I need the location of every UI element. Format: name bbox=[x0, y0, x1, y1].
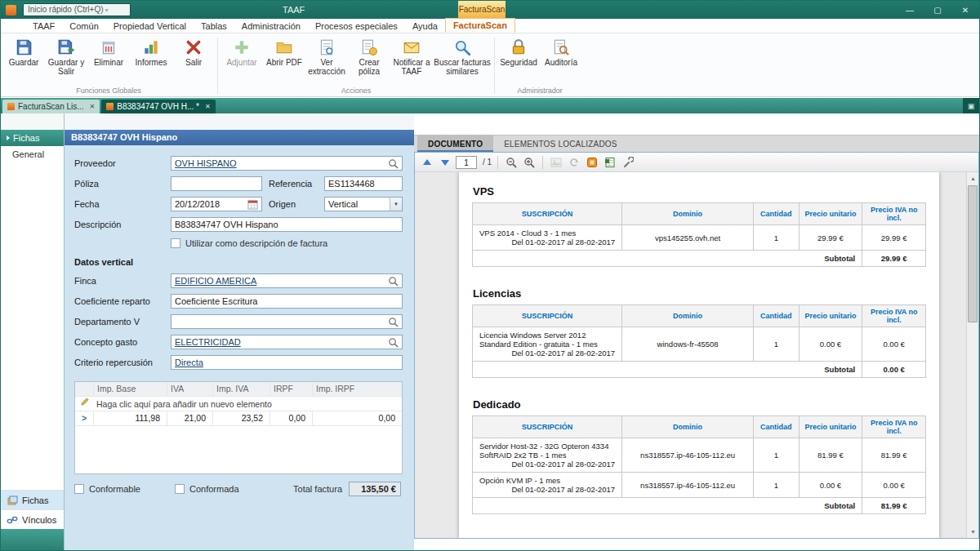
datos-vertical-heading: Datos vertical bbox=[74, 257, 403, 267]
utilizar-descripcion-row: Utilizar como descripción de factura bbox=[171, 238, 403, 249]
crear-poliza-label: Crear póliza bbox=[349, 58, 390, 76]
concepto-gasto-field[interactable]: ELECTRICIDAD bbox=[171, 335, 403, 349]
close-icon[interactable]: ✕ bbox=[205, 103, 211, 110]
buscar-facturas-similares-button[interactable]: Buscar facturas similares bbox=[433, 35, 492, 78]
tax-irpf-cell[interactable]: 0,00 bbox=[270, 411, 312, 425]
search-icon[interactable] bbox=[388, 158, 399, 169]
tax-header-imp-base[interactable]: Imp. Base bbox=[93, 382, 167, 396]
conformada-checkbox[interactable] bbox=[175, 484, 185, 494]
form-footer: Conformable Conformada Total factura 135… bbox=[74, 482, 401, 496]
tax-header-imp-irpf[interactable]: Imp. IRPF bbox=[312, 382, 402, 396]
departamento-field[interactable] bbox=[171, 314, 403, 329]
doc-icon bbox=[106, 103, 114, 110]
sidebar-header-label: Fichas bbox=[13, 130, 39, 146]
search-icon[interactable] bbox=[388, 337, 399, 348]
referencia-field[interactable]: ES1134468 bbox=[324, 176, 403, 191]
scroll-up-icon[interactable]: ▲ bbox=[967, 172, 978, 184]
tab-administracion[interactable]: Administración bbox=[234, 20, 308, 33]
subtotal-value: 81.99 € bbox=[862, 498, 926, 514]
export-excel-button[interactable] bbox=[603, 155, 617, 170]
tax-data-row[interactable]: > 111,98 21,00 23,52 0,00 0,00 bbox=[75, 411, 402, 426]
close-button[interactable]: ✕ bbox=[951, 1, 979, 19]
tax-imp-base-cell[interactable]: 111,98 bbox=[93, 411, 167, 425]
tax-add-row-text[interactable]: Haga clic aquí para añadir un nuevo elem… bbox=[93, 399, 272, 409]
tab-facturascan[interactable]: FacturaScan bbox=[445, 18, 515, 33]
group-label-acciones: Acciones bbox=[220, 86, 492, 96]
sidebar-item-general[interactable]: General bbox=[1, 146, 64, 162]
item-price-excl: 29.99 € bbox=[862, 225, 926, 251]
seguridad-button[interactable]: Seguridad bbox=[497, 35, 540, 69]
conformable-checkbox[interactable] bbox=[74, 484, 84, 494]
ver-extraccion-button[interactable]: Ver extracción bbox=[305, 35, 348, 78]
sidebar-button-vinculos[interactable]: Vínculos bbox=[1, 509, 64, 529]
window-list-button[interactable]: ▣ bbox=[963, 98, 979, 113]
scrollbar-thumb[interactable] bbox=[968, 185, 978, 322]
highlight-fields-button[interactable] bbox=[585, 155, 599, 170]
page-number-input[interactable]: 1 bbox=[456, 156, 477, 169]
doc-tab-ovh-hispano[interactable]: B83834747 OVH H... * ✕ bbox=[101, 100, 215, 113]
invoice-table: SUSCRIPCIÓN Dominio Cantidad Precio unit… bbox=[472, 415, 926, 514]
utilizar-descripcion-checkbox[interactable] bbox=[171, 238, 180, 248]
tab-taaf[interactable]: TAAF bbox=[25, 20, 62, 33]
salir-button[interactable]: Salir bbox=[172, 35, 215, 69]
eliminar-button[interactable]: Eliminar bbox=[87, 35, 130, 69]
tax-iva-cell[interactable]: 21,00 bbox=[167, 411, 212, 425]
fecha-field[interactable]: 20/12/2018 bbox=[171, 197, 262, 211]
tab-tablas[interactable]: Tablas bbox=[194, 20, 234, 33]
sidebar-button-fichas[interactable]: Fichas bbox=[1, 490, 64, 509]
vertical-scrollbar[interactable]: ▲ ▼ bbox=[966, 172, 978, 538]
next-page-button[interactable] bbox=[438, 155, 452, 170]
descripcion-field[interactable]: B83834747 OVH Hispano bbox=[171, 217, 403, 232]
tax-add-row[interactable]: Haga clic aquí para añadir un nuevo elem… bbox=[75, 397, 402, 411]
chevron-down-icon[interactable]: ▼ bbox=[390, 198, 402, 211]
criterio-repercusion-field[interactable]: Directa bbox=[171, 355, 403, 370]
tab-procesos-especiales[interactable]: Procesos especiales bbox=[308, 20, 405, 33]
coeficiente-reparto-field[interactable]: Coeficiente Escritura bbox=[171, 294, 403, 309]
doc-tab-facturascan-list[interactable]: FacturaScan Lis... ✕ bbox=[2, 100, 100, 113]
abrir-pdf-button[interactable]: Abrir PDF bbox=[263, 35, 305, 69]
tax-header-imp-iva[interactable]: Imp. IVA bbox=[212, 382, 270, 396]
document-panel-gap bbox=[414, 113, 979, 135]
tab-documento[interactable]: DOCUMENTO bbox=[417, 136, 493, 152]
tab-comun[interactable]: Común bbox=[62, 20, 105, 33]
search-icon[interactable] bbox=[388, 276, 399, 287]
minimize-button[interactable]: — bbox=[896, 1, 924, 19]
criterio-repercusion-value[interactable]: Directa bbox=[175, 358, 203, 367]
search-icon[interactable] bbox=[388, 317, 399, 327]
zoom-in-button[interactable] bbox=[522, 155, 537, 170]
concepto-gasto-value[interactable]: ELECTRICIDAD bbox=[175, 337, 241, 347]
scroll-down-icon[interactable]: ▼ bbox=[967, 526, 978, 538]
item-price-excl: 81.99 € bbox=[862, 438, 926, 473]
sidebar-header-fichas[interactable]: Fichas bbox=[1, 130, 64, 146]
tax-header-iva[interactable]: IVA bbox=[167, 382, 212, 396]
proveedor-value[interactable]: OVH HISPANO bbox=[175, 158, 237, 168]
tax-imp-iva-cell[interactable]: 23,52 bbox=[212, 411, 270, 425]
settings-wrench-button[interactable] bbox=[621, 155, 635, 170]
tab-propiedad-vertical[interactable]: Propiedad Vertical bbox=[106, 20, 194, 33]
sidebar-button-label: Fichas bbox=[22, 495, 48, 505]
auditoria-button[interactable]: Auditoría bbox=[540, 35, 582, 69]
poliza-field[interactable] bbox=[171, 176, 262, 191]
informes-button[interactable]: Informes bbox=[130, 35, 172, 69]
tab-elementos-localizados[interactable]: ELEMENTOS LOCALIZADOS bbox=[493, 136, 628, 152]
previous-page-button[interactable] bbox=[420, 155, 434, 170]
tab-ayuda[interactable]: Ayuda bbox=[405, 20, 445, 33]
maximize-button[interactable]: ▢ bbox=[924, 1, 951, 19]
crear-poliza-button[interactable]: Crear póliza bbox=[348, 35, 390, 78]
guardar-button[interactable]: Guardar bbox=[2, 35, 45, 69]
close-icon[interactable]: ✕ bbox=[90, 103, 96, 110]
notificar-taaf-button[interactable]: Notificar a TAAF bbox=[390, 35, 433, 78]
quick-search-input[interactable]: Inicio rápido (Ctrl+Q)▾ bbox=[23, 3, 131, 16]
calendar-icon[interactable] bbox=[247, 199, 258, 210]
tax-imp-irpf-cell[interactable]: 0,00 bbox=[312, 411, 402, 425]
item-period: Del 01-02-2017 al 28-02-2017 bbox=[479, 349, 615, 358]
tax-header-irpf[interactable]: IRPF bbox=[270, 382, 312, 396]
origen-select[interactable]: Vertical ▼ bbox=[324, 197, 403, 211]
proveedor-field[interactable]: OVH HISPANO bbox=[171, 156, 403, 171]
finca-value[interactable]: EDIFICIO AMERICA bbox=[175, 276, 256, 286]
guardar-y-salir-button[interactable]: Guardar y Salir bbox=[45, 35, 87, 78]
pdf-viewer[interactable]: VPS SUSCRIPCIÓN Dominio Cantidad Precio … bbox=[415, 172, 978, 538]
fecha-value: 20/12/2018 bbox=[175, 199, 220, 209]
finca-field[interactable]: EDIFICIO AMERICA bbox=[171, 273, 403, 288]
zoom-out-button[interactable] bbox=[504, 155, 519, 170]
